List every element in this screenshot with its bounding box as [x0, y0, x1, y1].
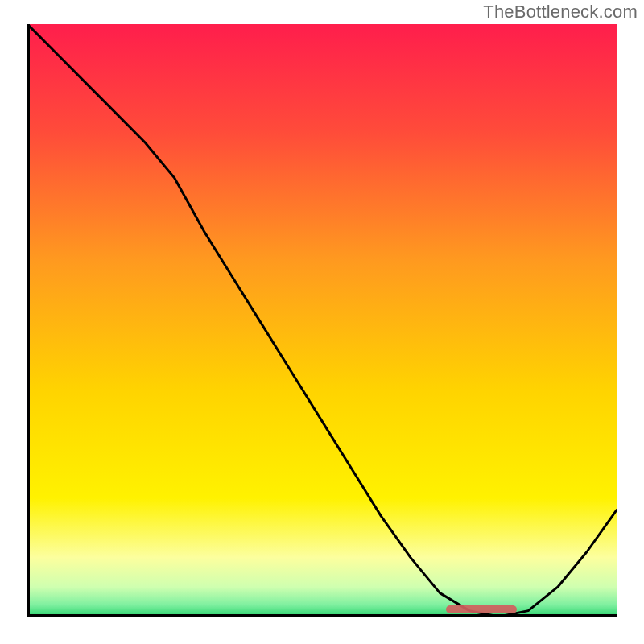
chart-svg: [27, 24, 617, 617]
watermark-text: TheBottleneck.com: [483, 2, 638, 23]
chart-figure: TheBottleneck.com: [0, 0, 644, 644]
plot-area: [27, 24, 617, 617]
bottleneck-indicator: [446, 605, 517, 613]
